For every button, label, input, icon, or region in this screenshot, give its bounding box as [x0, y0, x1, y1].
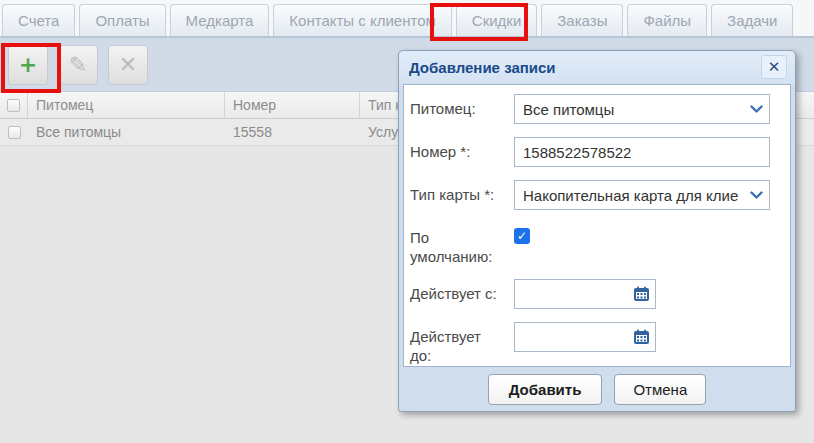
- field-row-valid-to: Действует до:: [410, 322, 784, 365]
- tab-medcard[interactable]: Медкарта: [170, 4, 270, 36]
- select-all-cell: [0, 92, 28, 118]
- tab-client-contacts[interactable]: Контакты с клиентом: [273, 4, 451, 36]
- cancel-button[interactable]: Отмена: [614, 374, 706, 405]
- pet-label: Питомец:: [410, 94, 514, 124]
- chevron-down-icon: [750, 191, 763, 200]
- valid-to-label: Действует до:: [410, 322, 514, 365]
- card-type-label: Тип карты *:: [410, 180, 514, 210]
- column-header-number[interactable]: Номер: [225, 92, 360, 118]
- field-row-card-type: Тип карты *: Накопительная карта для кли…: [410, 180, 784, 210]
- dialog-header: Добавление записи ✕: [399, 51, 795, 83]
- add-record-button[interactable]: +: [8, 45, 48, 85]
- submit-button[interactable]: Добавить: [488, 374, 603, 405]
- chevron-down-icon: [750, 105, 763, 114]
- add-record-dialog: Добавление записи ✕ Питомец: Все питомцы: [398, 50, 796, 412]
- field-row-default: По умолчанию: ✓: [410, 223, 784, 266]
- field-row-valid-from: Действует с:: [410, 279, 784, 309]
- tab-payments[interactable]: Оплаты: [79, 4, 165, 36]
- plus-icon: +: [19, 54, 37, 76]
- dialog-close-button[interactable]: ✕: [761, 55, 787, 79]
- calendar-icon[interactable]: [633, 329, 650, 349]
- check-icon: ✓: [517, 229, 527, 243]
- tab-bar: Счета Оплаты Медкарта Контакты с клиенто…: [0, 0, 814, 38]
- row-cell-pet: Все питомцы: [28, 119, 225, 145]
- close-icon: ✕: [768, 58, 781, 76]
- select-all-checkbox[interactable]: [7, 99, 20, 112]
- delete-record-button[interactable]: ✕: [108, 45, 148, 85]
- dialog-footer: Добавить Отмена: [399, 367, 795, 411]
- dialog-body: Питомец: Все питомцы Номер *: Ти: [403, 84, 791, 367]
- card-type-select[interactable]: Накопительная карта для клие: [514, 180, 770, 210]
- dialog-title: Добавление записи: [409, 59, 761, 76]
- number-input[interactable]: [514, 137, 770, 167]
- pet-select[interactable]: Все питомцы: [514, 94, 770, 124]
- tab-files[interactable]: Файлы: [627, 4, 707, 36]
- tab-orders[interactable]: Заказы: [541, 4, 623, 36]
- valid-from-label: Действует с:: [410, 279, 514, 309]
- row-cell-number: 15558: [225, 119, 360, 145]
- tab-discounts[interactable]: Скидки: [456, 4, 537, 36]
- app-window: Счета Оплаты Медкарта Контакты с клиенто…: [0, 0, 814, 443]
- row-checkbox-cell: [0, 119, 28, 145]
- tab-tasks[interactable]: Задачи: [711, 4, 793, 36]
- tab-accounts[interactable]: Счета: [2, 4, 75, 36]
- column-header-pet[interactable]: Питомец: [28, 92, 225, 118]
- default-checkbox[interactable]: ✓: [514, 228, 530, 244]
- default-label: По умолчанию:: [410, 223, 514, 266]
- calendar-icon[interactable]: [633, 286, 650, 306]
- number-label: Номер *:: [410, 137, 514, 167]
- pencil-icon: ✎: [69, 54, 87, 76]
- field-row-number: Номер *:: [410, 137, 784, 167]
- edit-record-button[interactable]: ✎: [58, 45, 98, 85]
- row-checkbox[interactable]: [8, 126, 21, 139]
- x-icon: ✕: [119, 54, 137, 76]
- field-row-pet: Питомец: Все питомцы: [410, 94, 784, 124]
